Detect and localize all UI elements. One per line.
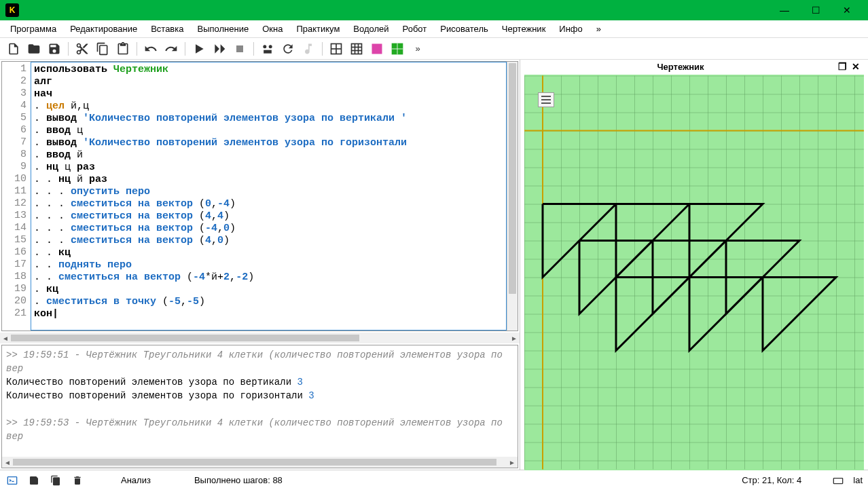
terminal-icon[interactable] bbox=[5, 474, 19, 487]
menu-item[interactable]: Вставка bbox=[145, 22, 189, 36]
robot-icon[interactable] bbox=[259, 41, 276, 57]
menu-item[interactable]: Выполнение bbox=[191, 22, 255, 36]
steps-label: Выполнено шагов: 88 bbox=[194, 475, 283, 485]
svg-point-2 bbox=[269, 45, 272, 48]
svg-rect-3 bbox=[264, 50, 272, 53]
cursor-position: Стр: 21, Кол: 4 bbox=[742, 475, 801, 485]
scroll-right-icon[interactable]: ► bbox=[507, 457, 518, 468]
analysis-label: Анализ bbox=[121, 475, 151, 485]
canvas-title: Чертежник bbox=[526, 62, 835, 72]
code-editor[interactable]: 123456789101112131415161718192021 исполь… bbox=[1, 61, 518, 331]
svg-rect-20 bbox=[7, 476, 16, 484]
svg-point-1 bbox=[263, 45, 266, 48]
menu-bar: ПрограммаРедактированиеВставкаВыполнение… bbox=[0, 20, 868, 38]
editor-horizontal-scrollbar[interactable]: ◄ ► bbox=[0, 333, 520, 343]
run-icon[interactable] bbox=[191, 41, 207, 57]
save-file-icon[interactable] bbox=[46, 41, 62, 57]
paste-icon[interactable] bbox=[115, 41, 131, 57]
canvas-panel-header: Чертежник ❐ ✕ bbox=[520, 60, 868, 73]
menu-item[interactable]: Рисователь bbox=[434, 22, 494, 36]
line-gutter: 123456789101112131415161718192021 bbox=[2, 62, 31, 331]
music-icon[interactable] bbox=[300, 41, 317, 57]
app-logo: K bbox=[5, 3, 19, 17]
menu-item[interactable]: Робот bbox=[397, 22, 433, 36]
detach-icon[interactable]: ❐ bbox=[835, 60, 849, 73]
drawing-canvas[interactable] bbox=[524, 75, 864, 470]
step-icon[interactable] bbox=[211, 41, 228, 57]
close-panel-icon[interactable]: ✕ bbox=[849, 60, 863, 73]
maximize-button[interactable]: ☐ bbox=[800, 0, 831, 20]
editor-vertical-scrollbar[interactable] bbox=[507, 62, 518, 331]
menu-item[interactable]: Окна bbox=[256, 22, 289, 36]
canvas-menu-icon[interactable] bbox=[538, 92, 554, 107]
draftsman-icon[interactable] bbox=[389, 41, 405, 57]
save-status-icon[interactable] bbox=[27, 474, 41, 487]
scroll-left-icon[interactable]: ◄ bbox=[0, 333, 11, 343]
minimize-button[interactable]: — bbox=[769, 0, 800, 20]
menu-item[interactable]: » bbox=[590, 22, 607, 36]
palette-icon[interactable] bbox=[369, 41, 385, 57]
scroll-left-icon[interactable]: ◄ bbox=[2, 457, 13, 468]
menu-item[interactable]: Чертежник bbox=[496, 22, 552, 36]
menu-item[interactable]: Программа bbox=[4, 22, 62, 36]
menu-item[interactable]: Практикум bbox=[290, 22, 346, 36]
menu-item[interactable]: Водолей bbox=[347, 22, 395, 36]
svg-rect-12 bbox=[372, 43, 382, 54]
toolbar-more[interactable]: » bbox=[410, 41, 426, 57]
scroll-right-icon[interactable]: ► bbox=[509, 333, 520, 343]
delete-status-icon[interactable] bbox=[71, 474, 84, 487]
stop-icon[interactable] bbox=[232, 41, 248, 57]
menu-item[interactable]: Инфо bbox=[553, 22, 588, 36]
cut-icon[interactable] bbox=[74, 41, 90, 57]
keyboard-icon[interactable] bbox=[831, 474, 845, 487]
svg-rect-7 bbox=[352, 43, 362, 54]
copy-status-icon[interactable] bbox=[49, 474, 62, 487]
toolbar: » bbox=[0, 38, 868, 60]
close-button[interactable]: ✕ bbox=[831, 0, 863, 20]
new-file-icon[interactable] bbox=[5, 41, 22, 57]
grid2-icon[interactable] bbox=[348, 41, 365, 57]
menu-item[interactable]: Редактирование bbox=[64, 22, 143, 36]
reload-icon[interactable] bbox=[280, 41, 296, 57]
console-horizontal-scrollbar[interactable]: ◄ ► bbox=[2, 457, 518, 468]
undo-icon[interactable] bbox=[143, 41, 159, 57]
title-bar: K — ☐ ✕ bbox=[0, 0, 868, 20]
svg-rect-21 bbox=[834, 478, 843, 483]
code-content[interactable]: использовать Чертежникалгнач. цел й,ц. в… bbox=[31, 62, 507, 331]
open-file-icon[interactable] bbox=[26, 41, 42, 57]
input-language: lat bbox=[853, 475, 863, 485]
redo-icon[interactable] bbox=[163, 41, 179, 57]
status-bar: Анализ Выполнено шагов: 88 Стр: 21, Кол:… bbox=[0, 470, 868, 490]
svg-rect-0 bbox=[236, 45, 243, 52]
grid1-icon[interactable] bbox=[328, 41, 344, 57]
copy-icon[interactable] bbox=[94, 41, 111, 57]
output-console[interactable]: >> 19:59:51 - Чертёжник Треугольники 4 к… bbox=[2, 345, 518, 457]
